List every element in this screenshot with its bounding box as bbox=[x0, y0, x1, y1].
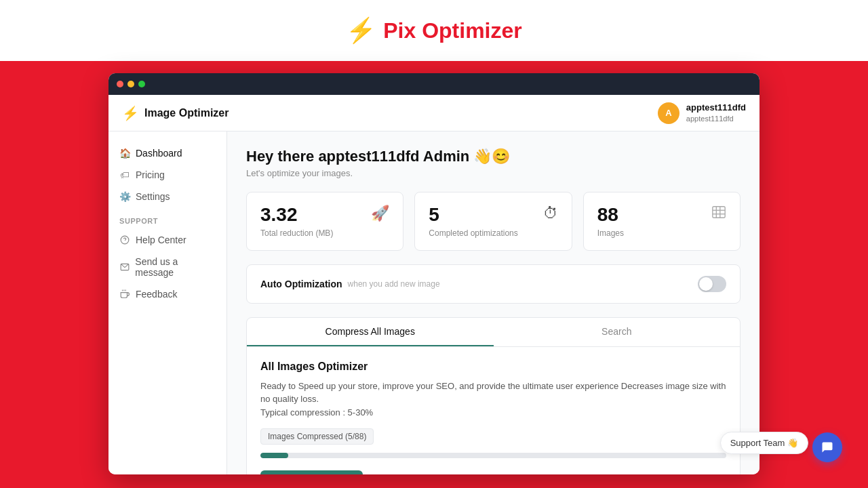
app-logo-label: Image Optimizer bbox=[144, 107, 229, 119]
browser-maximize-dot[interactable] bbox=[138, 81, 145, 87]
start-optimization-button[interactable]: Start Optimization bbox=[260, 470, 363, 474]
tabs-content: All Images Optimizer Ready to Speed up y… bbox=[247, 347, 740, 474]
stat-label-images: Images bbox=[597, 228, 624, 238]
support-team-button[interactable]: Support Team 👋 bbox=[720, 432, 808, 454]
compressed-badge: Images Compressed (5/88) bbox=[260, 428, 374, 445]
browser-window: ⚡ Image Optimizer A apptest111dfd apptes… bbox=[108, 73, 760, 474]
sidebar-item-label-pricing: Pricing bbox=[136, 169, 165, 180]
send-message-icon bbox=[119, 262, 130, 272]
sidebar-item-settings[interactable]: ⚙️ Settings bbox=[108, 186, 226, 207]
stat-card-reduction: 3.32 Total reduction (MB) 🚀 bbox=[246, 192, 403, 251]
optimizer-desc: Ready to Speed up your store, improve yo… bbox=[260, 380, 726, 420]
user-area[interactable]: A apptest111dfd apptest111dfd bbox=[658, 102, 746, 124]
stat-content: 5 Completed optimizations bbox=[429, 205, 517, 238]
sidebar-item-label-feedback: Feedback bbox=[136, 289, 177, 300]
stat-card-images: 88 Images bbox=[583, 192, 741, 251]
settings-icon: ⚙️ bbox=[119, 191, 130, 202]
stat-content: 3.32 Total reduction (MB) bbox=[260, 205, 333, 238]
progress-bar-container bbox=[260, 453, 726, 458]
support-section-label: SUPPORT bbox=[108, 207, 226, 229]
browser-minimize-dot[interactable] bbox=[127, 81, 134, 87]
sidebar-item-pricing[interactable]: 🏷 Pricing bbox=[108, 164, 226, 186]
stat-content: 88 Images bbox=[597, 205, 624, 238]
sidebar-item-send-message[interactable]: Send us a message bbox=[108, 251, 226, 283]
sidebar-item-label-send: Send us a message bbox=[135, 256, 216, 278]
browser-close-dot[interactable] bbox=[117, 81, 123, 87]
app-logo: ⚡ Image Optimizer bbox=[122, 105, 229, 121]
auto-optimization-toggle[interactable] bbox=[698, 276, 726, 292]
sidebar-item-help-center[interactable]: Help Center bbox=[108, 229, 226, 251]
tabs-container: Compress All Images Search All Images Op… bbox=[246, 317, 741, 474]
sidebar-item-label-dashboard: Dashboard bbox=[136, 148, 182, 159]
page-greeting: Hey there apptest111dfd Admin 👋😊 bbox=[246, 148, 741, 165]
tabs-header: Compress All Images Search bbox=[247, 318, 740, 347]
sidebar-item-label-help: Help Center bbox=[136, 235, 186, 245]
help-center-icon bbox=[119, 235, 130, 245]
user-info: apptest111dfd apptest111dfd bbox=[686, 102, 746, 123]
page-subtitle: Let's optimize your images. bbox=[246, 168, 741, 178]
sidebar-item-feedback[interactable]: Feedback bbox=[108, 283, 226, 305]
main-content: Hey there apptest111dfd Admin 👋😊 Let's o… bbox=[227, 131, 760, 474]
dashboard-icon: 🏠 bbox=[119, 148, 130, 159]
svg-rect-6 bbox=[713, 207, 725, 218]
auto-opt-text: Auto Optimization when you add new image bbox=[260, 279, 440, 289]
sidebar: 🏠 Dashboard 🏷 Pricing ⚙️ Settings SUPPOR… bbox=[108, 131, 227, 474]
tab-compress-all[interactable]: Compress All Images bbox=[247, 318, 494, 346]
toggle-knob bbox=[699, 277, 713, 291]
support-team-label: Support Team 👋 bbox=[730, 438, 798, 448]
app-body: 🏠 Dashboard 🏷 Pricing ⚙️ Settings SUPPOR… bbox=[108, 131, 760, 474]
auto-opt-title: Auto Optimization bbox=[260, 279, 342, 289]
auto-optimization-card: Auto Optimization when you add new image bbox=[246, 264, 741, 304]
app-header: ⚡ Image Optimizer A apptest111dfd apptes… bbox=[108, 95, 760, 131]
stat-label-reduction: Total reduction (MB) bbox=[260, 228, 333, 238]
browser-chrome bbox=[108, 73, 760, 95]
logo-lightning-icon: ⚡ bbox=[346, 18, 376, 43]
pricing-icon: 🏷 bbox=[119, 169, 130, 180]
app-logo-icon: ⚡ bbox=[122, 105, 139, 121]
stat-card-completed: 5 Completed optimizations ⏱ bbox=[414, 192, 572, 251]
optimizer-title: All Images Optimizer bbox=[260, 361, 726, 373]
stat-value-reduction: 3.32 bbox=[260, 205, 333, 226]
support-nav: Help Center Send us a message Feedback bbox=[108, 229, 226, 305]
stat-icon-completed: ⏱ bbox=[543, 205, 558, 222]
stat-label-completed: Completed optimizations bbox=[429, 228, 517, 238]
stat-value-images: 88 bbox=[597, 205, 624, 226]
app-logo-text: Pix Optimizer bbox=[383, 18, 522, 43]
sidebar-nav: 🏠 Dashboard 🏷 Pricing ⚙️ Settings bbox=[108, 142, 226, 207]
stat-icon-images bbox=[711, 205, 726, 224]
avatar: A bbox=[658, 102, 679, 124]
stats-row: 3.32 Total reduction (MB) 🚀 5 Completed … bbox=[246, 192, 741, 251]
user-email: apptest111dfd bbox=[686, 114, 746, 123]
stat-value-completed: 5 bbox=[429, 205, 517, 226]
tab-search[interactable]: Search bbox=[494, 318, 741, 346]
auto-opt-subtitle: when you add new image bbox=[348, 279, 440, 289]
feedback-icon bbox=[119, 289, 130, 300]
progress-bar-fill bbox=[260, 453, 288, 458]
sidebar-item-label-settings: Settings bbox=[136, 191, 170, 202]
logo-area: ⚡ Pix Optimizer bbox=[346, 18, 522, 43]
stat-icon-reduction: 🚀 bbox=[371, 205, 389, 222]
chat-fab-button[interactable] bbox=[812, 432, 842, 462]
sidebar-item-dashboard[interactable]: 🏠 Dashboard bbox=[108, 142, 226, 164]
user-name: apptest111dfd bbox=[686, 102, 746, 114]
